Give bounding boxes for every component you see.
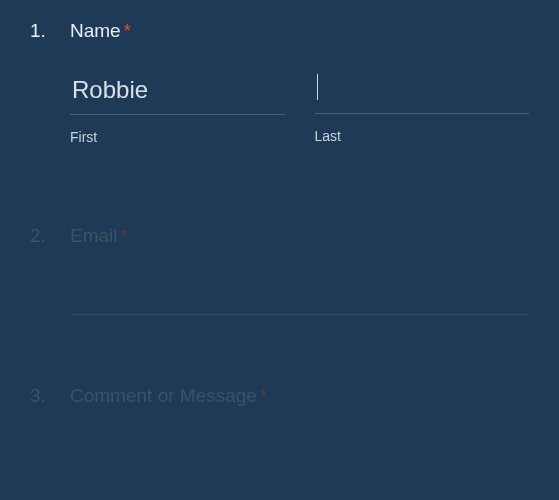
- comment-field-label: Comment or Message: [70, 385, 257, 407]
- name-field-label: Name: [70, 20, 121, 42]
- last-name-column: Last: [315, 70, 530, 145]
- first-name-sublabel: First: [70, 129, 285, 145]
- email-input-wrap: [30, 275, 529, 315]
- email-input[interactable]: [70, 275, 529, 315]
- email-field-number: 2.: [30, 225, 70, 247]
- comment-field-group: 3. Comment or Message *: [30, 385, 529, 407]
- last-name-sublabel: Last: [315, 128, 530, 144]
- email-required-indicator: *: [121, 226, 128, 247]
- email-field-label: Email: [70, 225, 118, 247]
- email-field-group: 2. Email *: [30, 225, 529, 315]
- name-field-group: 1. Name * First Last: [30, 20, 529, 145]
- email-field-header: 2. Email *: [30, 225, 529, 247]
- comment-field-header: 3. Comment or Message *: [30, 385, 529, 407]
- name-required-indicator: *: [124, 21, 131, 42]
- comment-field-number: 3.: [30, 385, 70, 407]
- comment-required-indicator: *: [260, 386, 267, 407]
- last-name-input[interactable]: [315, 70, 530, 114]
- name-field-header: 1. Name *: [30, 20, 529, 42]
- name-inputs-row: First Last: [30, 70, 529, 145]
- name-field-number: 1.: [30, 20, 70, 42]
- first-name-input[interactable]: [70, 70, 285, 115]
- text-cursor-icon: [317, 74, 318, 100]
- first-name-column: First: [70, 70, 285, 145]
